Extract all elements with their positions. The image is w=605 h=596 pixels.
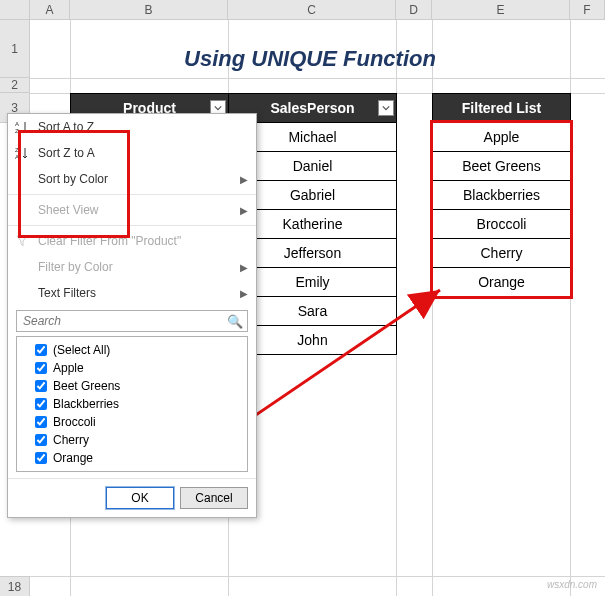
row-headers: 1 2 3	[0, 20, 30, 123]
check-item[interactable]: Cherry	[21, 431, 243, 449]
search-icon: 🔍	[227, 314, 243, 329]
chevron-down-icon	[214, 104, 222, 112]
check-item[interactable]: Beet Greens	[21, 377, 243, 395]
checkbox[interactable]	[35, 452, 47, 464]
checkbox[interactable]	[35, 344, 47, 356]
menu-clear-filter: Clear Filter From "Product"	[8, 228, 256, 254]
cell-filtered-5[interactable]: Cherry	[432, 238, 571, 268]
check-item[interactable]: Blackberries	[21, 395, 243, 413]
menu-sort-color-label: Sort by Color	[38, 172, 108, 186]
cell-filtered-2[interactable]: Beet Greens	[432, 151, 571, 181]
menu-separator	[8, 194, 256, 195]
chevron-right-icon: ▶	[240, 288, 248, 299]
col-F[interactable]: F	[570, 0, 605, 19]
menu-clear-label: Clear Filter From "Product"	[38, 234, 181, 248]
svg-text:A: A	[15, 154, 19, 160]
menu-separator	[8, 225, 256, 226]
menu-filter-color: Filter by Color ▶	[8, 254, 256, 280]
clear-filter-icon	[14, 233, 30, 249]
chevron-right-icon: ▶	[240, 205, 248, 216]
menu-text-filters-label: Text Filters	[38, 286, 96, 300]
cell-filtered-3[interactable]: Blackberries	[432, 180, 571, 210]
chevron-right-icon: ▶	[240, 174, 248, 185]
row-2[interactable]: 2	[0, 78, 30, 93]
button-row: OK Cancel	[8, 478, 256, 517]
menu-text-filters[interactable]: Text Filters ▶	[8, 280, 256, 306]
filter-search[interactable]: 🔍	[16, 310, 248, 332]
sort-az-icon: AZ	[14, 119, 30, 135]
filter-checklist: (Select All) Apple Beet Greens Blackberr…	[16, 336, 248, 472]
filter-menu: AZ Sort A to Z ZA Sort Z to A Sort by Co…	[7, 113, 257, 518]
col-D[interactable]: D	[396, 0, 432, 19]
svg-text:Z: Z	[15, 147, 19, 153]
check-select-all[interactable]: (Select All)	[21, 341, 243, 359]
checkbox[interactable]	[35, 362, 47, 374]
col-C[interactable]: C	[228, 0, 396, 19]
cell-filtered-4[interactable]: Broccoli	[432, 209, 571, 239]
menu-sheet-view: Sheet View ▶	[8, 197, 256, 223]
svg-text:Z: Z	[15, 128, 19, 134]
check-label: Beet Greens	[53, 379, 120, 393]
search-input[interactable]	[21, 313, 227, 329]
watermark: wsxdn.com	[547, 579, 597, 590]
filter-dropdown-salesperson[interactable]	[378, 100, 394, 116]
col-A[interactable]: A	[30, 0, 70, 19]
check-item[interactable]: Broccoli	[21, 413, 243, 431]
checkbox[interactable]	[35, 416, 47, 428]
chevron-right-icon: ▶	[240, 262, 248, 273]
column-headers: A B C D E F	[0, 0, 605, 20]
svg-text:A: A	[15, 121, 19, 127]
menu-filter-color-label: Filter by Color	[38, 260, 113, 274]
cell-filtered-1[interactable]: Apple	[432, 122, 571, 152]
check-label: Apple	[53, 361, 84, 375]
menu-sort-za[interactable]: ZA Sort Z to A	[8, 140, 256, 166]
row-1[interactable]: 1	[0, 20, 30, 78]
cancel-button[interactable]: Cancel	[180, 487, 248, 509]
check-label: (Select All)	[53, 343, 110, 357]
check-label: Orange	[53, 451, 93, 465]
page-title: Using UNIQUE Function	[70, 46, 550, 72]
check-label: Cherry	[53, 433, 89, 447]
header-filtered-label: Filtered List	[462, 100, 541, 116]
cell-filtered-6[interactable]: Orange	[432, 267, 571, 297]
checkbox[interactable]	[35, 380, 47, 392]
menu-sort-az-label: Sort A to Z	[38, 120, 94, 134]
check-label: Blackberries	[53, 397, 119, 411]
col-B[interactable]: B	[70, 0, 228, 19]
menu-sheet-view-label: Sheet View	[38, 203, 99, 217]
header-filtered-list: Filtered List	[432, 93, 571, 123]
corner-cell[interactable]	[0, 0, 30, 20]
row-18[interactable]: 18	[0, 576, 30, 596]
check-item[interactable]: Apple	[21, 359, 243, 377]
checkbox[interactable]	[35, 398, 47, 410]
header-salesperson-label: SalesPerson	[270, 100, 354, 116]
sort-za-icon: ZA	[14, 145, 30, 161]
chevron-down-icon	[382, 104, 390, 112]
col-E[interactable]: E	[432, 0, 570, 19]
menu-sort-za-label: Sort Z to A	[38, 146, 95, 160]
menu-sort-az[interactable]: AZ Sort A to Z	[8, 114, 256, 140]
check-item[interactable]: Orange	[21, 449, 243, 467]
checkbox[interactable]	[35, 434, 47, 446]
check-label: Broccoli	[53, 415, 96, 429]
menu-sort-color[interactable]: Sort by Color ▶	[8, 166, 256, 192]
ok-button[interactable]: OK	[106, 487, 174, 509]
